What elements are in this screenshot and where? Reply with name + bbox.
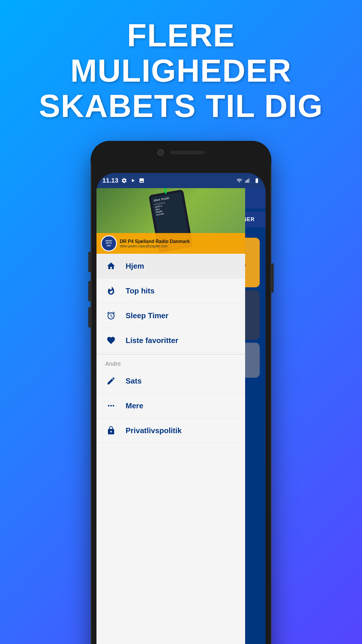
menu-divider [96,354,245,355]
menu-label-liste-favoritter: Liste favoritter [126,336,178,345]
gear-icon [121,178,127,183]
menu-item-sleep-timer[interactable]: Sleep Timer [96,303,245,328]
phone-top-bezel [91,141,271,164]
clock-icon [105,310,117,321]
speaker [170,151,205,154]
menu-item-privatlivspolitik[interactable]: Privatlivspolitik [96,418,245,443]
andre-section-header: Andre [96,356,245,369]
wifi-icon [236,178,242,183]
status-right [236,178,260,183]
svg-rect-1 [247,180,247,183]
status-left: 11.13 [102,177,145,184]
radio-station-name: DR P4 Sjælland Radio Danmark [120,239,241,244]
headline-line2: SKABETS TIL DIG [12,88,350,123]
menu-item-mere[interactable]: Mere [96,393,245,418]
menu-label-top-hits: Top hits [126,286,154,295]
headline: FLERE MULIGHEDER SKABETS TIL DIG [0,18,362,123]
menu-label-mere: Mere [126,401,143,410]
radio-station-email: elber.pedro.rojas@yagder.com [120,244,241,248]
menu-label-hjem: Hjem [126,262,144,271]
camera [157,149,164,156]
menu-label-privatlivspolitik: Privatlivspolitik [126,426,182,435]
menu-item-liste-favoritter[interactable]: Liste favoritter [96,328,245,353]
status-bar: 11.13 [96,173,266,188]
lock-icon [105,425,117,436]
svg-rect-2 [248,179,249,183]
signal-icon [245,178,251,183]
menu-item-hjem[interactable]: Hjem [96,254,245,279]
heart-icon [105,335,117,346]
menu-label-sleep-timer: Sleep Timer [126,311,168,320]
photo-icon [139,178,145,183]
app-content: OSTATIONER P4 D P4 [96,188,266,644]
radio-logo: RADIODR P4APP [101,235,117,251]
dots-icon [105,400,117,412]
pen-icon [105,375,117,387]
svg-rect-0 [245,181,246,183]
phone-shell: 11.13 [91,141,271,644]
play-icon [130,178,136,183]
drawer-menu: Hjem Top hits [96,254,245,644]
radio-info: DR P4 Sjælland Radio Danmark elber.pedro… [120,239,241,248]
home-icon [105,260,117,272]
phone-screen: 11.13 [96,173,266,644]
drawer-header-image: xbox music KOLEKCE uměl ci alba skladb s… [96,188,245,254]
menu-item-sats[interactable]: Sats [96,369,245,393]
radio-station-overlay: RADIODR P4APP DR P4 Sjælland Radio Danma… [96,233,245,254]
headline-line1: FLERE MULIGHEDER [12,18,350,88]
battery-icon [254,178,260,183]
menu-label-sats: Sats [126,377,142,386]
nav-drawer: xbox music KOLEKCE uměl ci alba skladb s… [96,188,245,644]
svg-rect-3 [249,178,250,183]
menu-item-top-hits[interactable]: Top hits [96,279,245,303]
fire-icon [105,285,117,297]
status-time: 11.13 [102,177,118,184]
